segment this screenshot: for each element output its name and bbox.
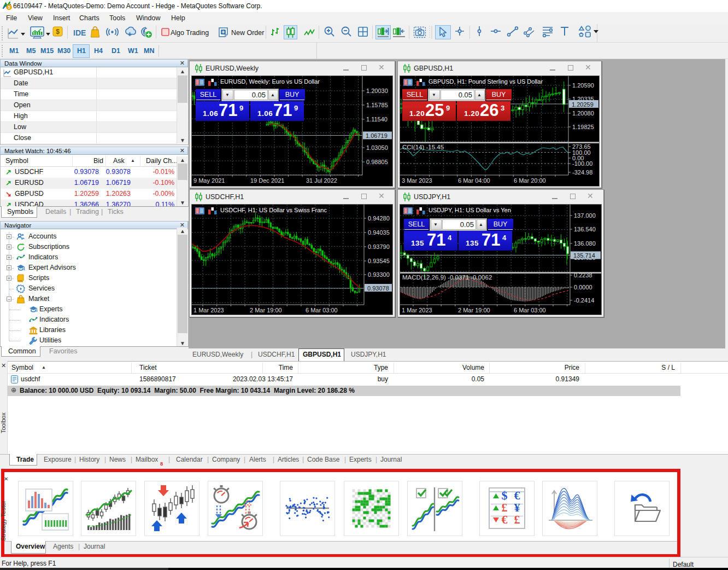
svg-text:0.93300: 0.93300: [368, 271, 390, 278]
svg-text:3 Mar 2023: 3 Mar 2023: [402, 177, 432, 184]
svg-text:136.080: 136.080: [574, 240, 596, 247]
svg-text:£: £: [514, 513, 520, 526]
svg-text:2 Mar 19:00: 2 Mar 19:00: [458, 307, 490, 313]
svg-text:EURUSD, Weekly: Euro vs US Do: EURUSD, Weekly: Euro vs US Dollar: [220, 78, 320, 85]
svg-text:$: $: [56, 28, 60, 36]
svg-text:1.20030: 1.20030: [366, 88, 388, 94]
svg-text:New Order: New Order: [231, 29, 264, 37]
svg-text:135.714: 135.714: [573, 252, 595, 259]
svg-text:1.20080: 1.20080: [572, 110, 594, 117]
svg-text:1.15785: 1.15785: [366, 102, 388, 108]
svg-text:0.93790: 0.93790: [368, 243, 390, 250]
svg-text:1.11540: 1.11540: [366, 116, 388, 123]
svg-text:6 Mar 04:00: 6 Mar 04:00: [458, 177, 490, 184]
svg-text:1.20259: 1.20259: [572, 101, 594, 108]
svg-text:CCI(14) -15.45: CCI(14) -15.45: [402, 144, 444, 150]
svg-text:0.2238: 0.2238: [574, 272, 592, 278]
svg-text:1 Mar 2023: 1 Mar 2023: [402, 307, 432, 313]
svg-text:0.94035: 0.94035: [368, 229, 390, 236]
svg-text:137.000: 137.000: [574, 212, 596, 219]
svg-text:6 Mar 20:00: 6 Mar 20:00: [514, 177, 546, 184]
svg-text:6 Mar 03:00: 6 Mar 03:00: [306, 307, 338, 313]
svg-text:31 Jul 2022: 31 Jul 2022: [306, 177, 337, 184]
svg-text:0.93078: 0.93078: [367, 285, 389, 292]
svg-text:USDCHF, H1: US Dollar vs Swis: USDCHF, H1: US Dollar vs Swiss Franc: [220, 207, 327, 213]
svg-text:136.540: 136.540: [574, 226, 596, 232]
svg-text:0.94280: 0.94280: [368, 215, 390, 222]
svg-text:GBPUSD, H1: Pound Sterling vs: GBPUSD, H1: Pound Sterling vs US Dollar: [428, 78, 543, 85]
svg-text:USDJPY, H1: US Dollar vs Yen: USDJPY, H1: US Dollar vs Yen: [428, 207, 511, 213]
svg-text:MACD(12,26,9) -0.0371 -0.0062: MACD(12,26,9) -0.0371 -0.0062: [402, 274, 492, 281]
svg-text:1 Mar 2023: 1 Mar 2023: [193, 307, 224, 313]
svg-text:IDE: IDE: [73, 28, 86, 37]
svg-text:9 May 2021: 9 May 2021: [193, 177, 225, 184]
svg-text:1.06719: 1.06719: [366, 132, 388, 139]
svg-text:2 Mar 19:00: 2 Mar 19:00: [250, 307, 282, 313]
svg-text:19 Dec 2021: 19 Dec 2021: [250, 177, 284, 184]
svg-text:0.93545: 0.93545: [368, 258, 390, 264]
svg-text:-324.98: -324.98: [572, 169, 592, 176]
svg-text:-100.00: -100.00: [572, 160, 592, 167]
svg-text:€: €: [502, 513, 508, 526]
svg-text:6 Mar 03:00: 6 Mar 03:00: [514, 307, 546, 313]
svg-text:1.03050: 1.03050: [366, 144, 388, 151]
svg-text:1.19825: 1.19825: [572, 124, 594, 130]
svg-text:0.0000: 0.0000: [574, 284, 592, 290]
svg-text:0.98805: 0.98805: [366, 159, 388, 165]
svg-text:Algo Trading: Algo Trading: [171, 29, 209, 37]
svg-text:-0.2414: -0.2414: [574, 297, 594, 304]
svg-text:1.20590: 1.20590: [572, 82, 594, 89]
